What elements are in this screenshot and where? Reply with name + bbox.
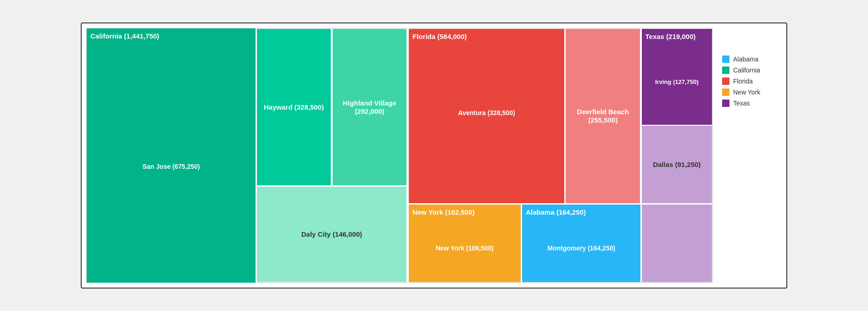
legend-color-newyork	[722, 89, 729, 96]
cell-texas: Texas (219,000) Irving (127,750)	[641, 28, 712, 125]
treemap: California (1,441,750) San Jose (675,250…	[86, 28, 713, 283]
legend-item-california: California	[722, 67, 777, 74]
legend-item-alabama: Alabama	[722, 56, 777, 63]
legend-item-newyork: New York	[722, 89, 777, 96]
legend: Alabama California Florida New York Texa…	[718, 28, 782, 283]
legend-color-california	[722, 67, 729, 74]
legend-color-texas	[722, 100, 729, 107]
new-york-state-label: New York (182,500)	[412, 208, 517, 217]
legend-item-texas: Texas	[722, 100, 777, 107]
cell-san-jose: San Jose (675,250)	[87, 49, 256, 283]
dallas-label: Dallas (91,250)	[653, 161, 701, 169]
montgomery-label: Montgomery (164,250)	[547, 244, 615, 252]
cell-hayward: Hayward (328,500)	[256, 28, 332, 186]
cell-dallas: Dallas (91,250)	[641, 125, 712, 204]
cell-new-york-state: New York (182,500) New York (109,500)	[408, 204, 521, 283]
cell-highland-village: Highland Village (292,000)	[332, 28, 407, 186]
legend-label-florida: Florida	[733, 78, 753, 85]
legend-label-texas: Texas	[733, 100, 750, 107]
cell-texas-bottom	[641, 204, 712, 283]
legend-color-florida	[722, 78, 729, 85]
new-york-city-label: New York (109,500)	[436, 244, 494, 252]
daly-city-label: Daly City (146,000)	[301, 230, 362, 239]
legend-item-florida: Florida	[722, 78, 777, 85]
irving-label: Irving (127,750)	[655, 78, 699, 85]
highland-village-label: Highland Village (292,000)	[336, 99, 403, 116]
legend-label-newyork: New York	[733, 89, 760, 96]
alabama-label: Alabama (164,250)	[526, 208, 637, 217]
cell-daly-city: Daly City (146,000)	[256, 186, 407, 283]
cell-florida: Florida (584,000) Aventura (328,500)	[408, 28, 565, 204]
california-label: California (1,441,750)	[90, 32, 252, 40]
chart-container: California (1,441,750) San Jose (675,250…	[81, 22, 787, 289]
cell-alabama: Alabama (164,250) Montgomery (164,250)	[522, 204, 641, 283]
cell-deerfield: Deerfield Beach (255,500)	[565, 28, 640, 204]
hayward-label: Hayward (328,500)	[264, 103, 324, 111]
legend-label-california: California	[733, 67, 760, 74]
aventura-label: Aventura (328,500)	[458, 109, 515, 117]
deerfield-label: Deerfield Beach (255,500)	[569, 108, 636, 124]
legend-color-alabama	[722, 56, 729, 63]
legend-label-alabama: Alabama	[733, 56, 758, 63]
florida-label: Florida (584,000)	[412, 33, 561, 41]
san-jose-label: San Jose (675,250)	[142, 163, 200, 170]
texas-label: Texas (219,000)	[645, 33, 708, 41]
